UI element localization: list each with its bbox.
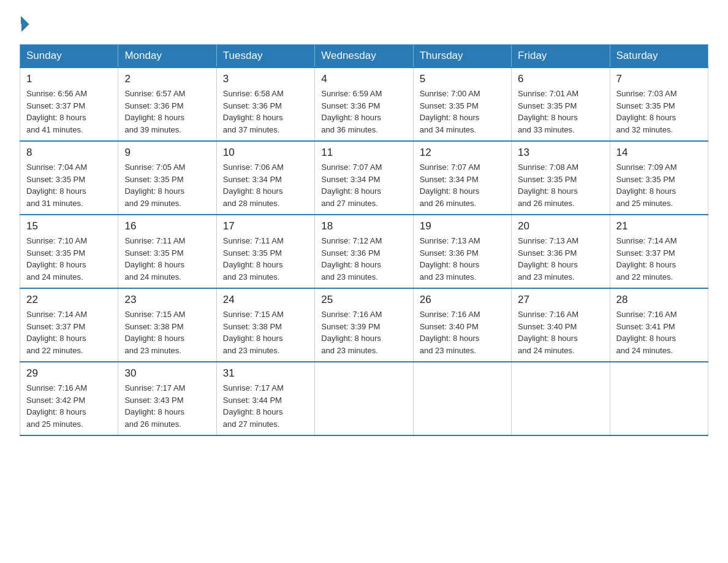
- logo: [20, 15, 29, 33]
- calendar-day-cell: 12 Sunrise: 7:07 AMSunset: 3:34 PMDaylig…: [413, 141, 511, 215]
- day-info: Sunrise: 7:08 AMSunset: 3:35 PMDaylight:…: [518, 161, 603, 209]
- day-info: Sunrise: 7:10 AMSunset: 3:35 PMDaylight:…: [26, 235, 112, 283]
- calendar-day-cell: 30 Sunrise: 7:17 AMSunset: 3:43 PMDaylig…: [118, 362, 216, 435]
- calendar-day-cell: 27 Sunrise: 7:16 AMSunset: 3:40 PMDaylig…: [512, 288, 610, 362]
- calendar-day-cell: 10 Sunrise: 7:06 AMSunset: 3:34 PMDaylig…: [216, 141, 314, 215]
- weekday-header-row: SundayMondayTuesdayWednesdayThursdayFrid…: [20, 45, 708, 68]
- day-number: 10: [223, 147, 308, 159]
- day-number: 13: [518, 147, 603, 159]
- calendar-day-cell: 29 Sunrise: 7:16 AMSunset: 3:42 PMDaylig…: [20, 362, 118, 435]
- day-info: Sunrise: 7:05 AMSunset: 3:35 PMDaylight:…: [124, 161, 210, 209]
- day-info: Sunrise: 7:16 AMSunset: 3:42 PMDaylight:…: [26, 382, 112, 430]
- day-number: 17: [223, 220, 308, 232]
- day-number: 16: [124, 220, 210, 232]
- day-info: Sunrise: 7:01 AMSunset: 3:35 PMDaylight:…: [518, 88, 603, 136]
- calendar-day-cell: [413, 362, 511, 435]
- day-number: 4: [321, 73, 406, 85]
- calendar-day-cell: [512, 362, 610, 435]
- calendar-day-cell: 6 Sunrise: 7:01 AMSunset: 3:35 PMDayligh…: [512, 67, 610, 141]
- day-info: Sunrise: 6:59 AMSunset: 3:36 PMDaylight:…: [321, 88, 406, 136]
- calendar-day-cell: 22 Sunrise: 7:14 AMSunset: 3:37 PMDaylig…: [20, 288, 118, 362]
- day-number: 24: [223, 294, 308, 306]
- day-number: 11: [321, 147, 406, 159]
- day-number: 5: [420, 73, 505, 85]
- day-number: 22: [26, 294, 112, 306]
- calendar-day-cell: [315, 362, 413, 435]
- day-info: Sunrise: 6:58 AMSunset: 3:36 PMDaylight:…: [223, 88, 308, 136]
- day-number: 18: [321, 220, 406, 232]
- day-info: Sunrise: 7:09 AMSunset: 3:35 PMDaylight:…: [616, 161, 702, 209]
- day-number: 21: [616, 220, 702, 232]
- weekday-header-friday: Friday: [512, 45, 610, 68]
- calendar-day-cell: 19 Sunrise: 7:13 AMSunset: 3:36 PMDaylig…: [413, 215, 511, 288]
- day-info: Sunrise: 7:15 AMSunset: 3:38 PMDaylight:…: [124, 308, 210, 356]
- weekday-header-tuesday: Tuesday: [216, 45, 314, 68]
- day-info: Sunrise: 7:07 AMSunset: 3:34 PMDaylight:…: [420, 161, 505, 209]
- day-info: Sunrise: 7:16 AMSunset: 3:41 PMDaylight:…: [616, 308, 702, 356]
- calendar-day-cell: 18 Sunrise: 7:12 AMSunset: 3:36 PMDaylig…: [315, 215, 413, 288]
- calendar-day-cell: 25 Sunrise: 7:16 AMSunset: 3:39 PMDaylig…: [315, 288, 413, 362]
- day-info: Sunrise: 7:06 AMSunset: 3:34 PMDaylight:…: [223, 161, 308, 209]
- weekday-header-sunday: Sunday: [20, 45, 118, 68]
- calendar-day-cell: 14 Sunrise: 7:09 AMSunset: 3:35 PMDaylig…: [610, 141, 708, 215]
- day-number: 2: [124, 73, 210, 85]
- day-number: 15: [26, 220, 112, 232]
- calendar-day-cell: 26 Sunrise: 7:16 AMSunset: 3:40 PMDaylig…: [413, 288, 511, 362]
- day-info: Sunrise: 6:57 AMSunset: 3:36 PMDaylight:…: [124, 88, 210, 136]
- day-number: 8: [26, 147, 112, 159]
- weekday-header-thursday: Thursday: [413, 45, 511, 68]
- calendar-day-cell: 8 Sunrise: 7:04 AMSunset: 3:35 PMDayligh…: [20, 141, 118, 215]
- calendar-week-row: 15 Sunrise: 7:10 AMSunset: 3:35 PMDaylig…: [20, 215, 708, 288]
- weekday-header-monday: Monday: [118, 45, 216, 68]
- calendar-day-cell: [610, 362, 708, 435]
- calendar-day-cell: 31 Sunrise: 7:17 AMSunset: 3:44 PMDaylig…: [216, 362, 314, 435]
- day-info: Sunrise: 7:07 AMSunset: 3:34 PMDaylight:…: [321, 161, 406, 209]
- day-info: Sunrise: 7:11 AMSunset: 3:35 PMDaylight:…: [124, 235, 210, 283]
- calendar-day-cell: 15 Sunrise: 7:10 AMSunset: 3:35 PMDaylig…: [20, 215, 118, 288]
- day-info: Sunrise: 7:12 AMSunset: 3:36 PMDaylight:…: [321, 235, 406, 283]
- calendar-day-cell: 4 Sunrise: 6:59 AMSunset: 3:36 PMDayligh…: [315, 67, 413, 141]
- calendar-day-cell: 2 Sunrise: 6:57 AMSunset: 3:36 PMDayligh…: [118, 67, 216, 141]
- day-info: Sunrise: 7:03 AMSunset: 3:35 PMDaylight:…: [616, 88, 702, 136]
- calendar-day-cell: 9 Sunrise: 7:05 AMSunset: 3:35 PMDayligh…: [118, 141, 216, 215]
- weekday-header-saturday: Saturday: [610, 45, 708, 68]
- day-number: 1: [26, 73, 112, 85]
- calendar-day-cell: 5 Sunrise: 7:00 AMSunset: 3:35 PMDayligh…: [413, 67, 511, 141]
- calendar-day-cell: 21 Sunrise: 7:14 AMSunset: 3:37 PMDaylig…: [610, 215, 708, 288]
- day-number: 6: [518, 73, 603, 85]
- calendar-day-cell: 3 Sunrise: 6:58 AMSunset: 3:36 PMDayligh…: [216, 67, 314, 141]
- day-number: 27: [518, 294, 603, 306]
- day-info: Sunrise: 7:11 AMSunset: 3:35 PMDaylight:…: [223, 235, 308, 283]
- day-info: Sunrise: 7:14 AMSunset: 3:37 PMDaylight:…: [616, 235, 702, 283]
- calendar-day-cell: 11 Sunrise: 7:07 AMSunset: 3:34 PMDaylig…: [315, 141, 413, 215]
- day-number: 3: [223, 73, 308, 85]
- day-info: Sunrise: 7:16 AMSunset: 3:39 PMDaylight:…: [321, 308, 406, 356]
- day-number: 9: [124, 147, 210, 159]
- day-info: Sunrise: 7:14 AMSunset: 3:37 PMDaylight:…: [26, 308, 112, 356]
- day-info: Sunrise: 7:17 AMSunset: 3:43 PMDaylight:…: [124, 382, 210, 430]
- day-number: 25: [321, 294, 406, 306]
- day-info: Sunrise: 7:16 AMSunset: 3:40 PMDaylight:…: [518, 308, 603, 356]
- calendar-week-row: 8 Sunrise: 7:04 AMSunset: 3:35 PMDayligh…: [20, 141, 708, 215]
- calendar-day-cell: 13 Sunrise: 7:08 AMSunset: 3:35 PMDaylig…: [512, 141, 610, 215]
- day-number: 31: [223, 367, 308, 380]
- calendar-day-cell: 16 Sunrise: 7:11 AMSunset: 3:35 PMDaylig…: [118, 215, 216, 288]
- day-info: Sunrise: 7:13 AMSunset: 3:36 PMDaylight:…: [518, 235, 603, 283]
- calendar-day-cell: 17 Sunrise: 7:11 AMSunset: 3:35 PMDaylig…: [216, 215, 314, 288]
- day-number: 29: [26, 367, 112, 380]
- calendar-day-cell: 28 Sunrise: 7:16 AMSunset: 3:41 PMDaylig…: [610, 288, 708, 362]
- calendar-day-cell: 24 Sunrise: 7:15 AMSunset: 3:38 PMDaylig…: [216, 288, 314, 362]
- day-number: 23: [124, 294, 210, 306]
- day-number: 12: [420, 147, 505, 159]
- calendar-table: SundayMondayTuesdayWednesdayThursdayFrid…: [20, 44, 708, 436]
- day-number: 30: [124, 367, 210, 380]
- day-info: Sunrise: 7:16 AMSunset: 3:40 PMDaylight:…: [420, 308, 505, 356]
- day-info: Sunrise: 7:04 AMSunset: 3:35 PMDaylight:…: [26, 161, 112, 209]
- page-header: [20, 15, 708, 33]
- calendar-week-row: 22 Sunrise: 7:14 AMSunset: 3:37 PMDaylig…: [20, 288, 708, 362]
- calendar-day-cell: 7 Sunrise: 7:03 AMSunset: 3:35 PMDayligh…: [610, 67, 708, 141]
- calendar-day-cell: 1 Sunrise: 6:56 AMSunset: 3:37 PMDayligh…: [20, 67, 118, 141]
- day-number: 26: [420, 294, 505, 306]
- day-number: 7: [616, 73, 702, 85]
- day-number: 19: [420, 220, 505, 232]
